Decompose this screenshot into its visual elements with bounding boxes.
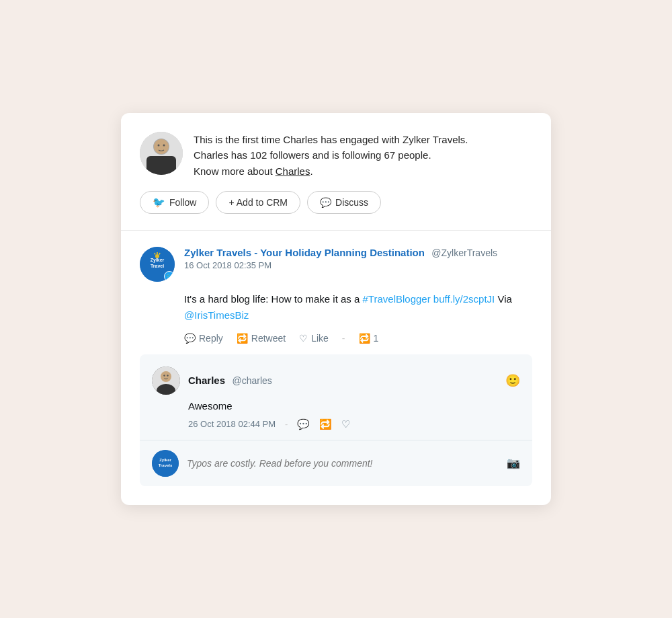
sentiment-icon[interactable]: 🙂 <box>505 373 520 388</box>
engagement-text-line2: Charles has 102 followers and is followi… <box>194 147 468 163</box>
retweet-count-icon: 🔁 <box>359 333 370 344</box>
engagement-text-line1: This is the first time Charles has engag… <box>194 132 468 147</box>
svg-point-15 <box>161 371 171 382</box>
svg-point-17 <box>163 375 165 376</box>
action-buttons: 🐦 Follow + Add to CRM 💬 Discuss <box>140 191 532 214</box>
reply-name: Charles <box>188 375 225 386</box>
reply-time: 26 Oct 2018 02:44 PM <box>188 419 276 429</box>
svg-point-10 <box>155 254 159 258</box>
svg-text:Zylker: Zylker <box>159 458 171 462</box>
add-to-crm-button[interactable]: + Add to CRM <box>216 191 300 214</box>
reply-text: Awesome <box>152 400 520 412</box>
svg-point-4 <box>158 145 160 147</box>
retweet-count: 🔁 1 <box>359 333 379 344</box>
reply-avatar <box>152 366 180 395</box>
buff-link[interactable]: buff.ly/2scptJI <box>433 293 495 305</box>
comment-avatar: Zylker Travels <box>152 450 179 477</box>
retweet-icon: 🔁 <box>237 333 248 344</box>
reply-section: Charles @charles 🙂 Awesome 26 Oct 2018 0… <box>140 354 532 486</box>
account-handle: @ZylkerTravels <box>431 247 497 258</box>
discuss-button[interactable]: 💬 Discuss <box>307 191 381 214</box>
svg-point-5 <box>163 145 165 147</box>
zylker-avatar: Zylker Travel 🐦 <box>140 247 175 282</box>
main-card: This is the first time Charles has engag… <box>121 113 551 505</box>
reply-icon: 💬 <box>184 333 196 344</box>
follow-button[interactable]: 🐦 Follow <box>140 191 209 214</box>
reply-header: Charles @charles 🙂 <box>152 366 520 395</box>
tweet-time: 16 Oct 2018 02:35 PM <box>184 260 497 270</box>
like-action[interactable]: ♡ Like <box>299 333 329 344</box>
svg-rect-6 <box>146 156 176 175</box>
meta-divider: - <box>285 419 288 429</box>
account-name[interactable]: Zylker Travels - Your Holiday Planning D… <box>184 247 425 258</box>
mention-link[interactable]: @IrisTimesBiz <box>184 309 249 321</box>
svg-line-13 <box>155 253 155 255</box>
svg-text:Zylker: Zylker <box>151 258 165 263</box>
svg-text:Travel: Travel <box>151 264 164 268</box>
svg-text:Travels: Travels <box>159 463 173 467</box>
charles-link[interactable]: Charles <box>276 165 310 177</box>
like-icon: ♡ <box>299 333 308 344</box>
divider: - <box>342 333 345 344</box>
reply-meta-like-icon[interactable]: ♡ <box>341 418 350 430</box>
avatar <box>140 132 183 175</box>
tweet-section: Zylker Travel 🐦 Zylker Travels - Your Ho… <box>121 231 551 354</box>
svg-point-3 <box>154 139 169 154</box>
tweet-header: Zylker Travel 🐦 Zylker Travels - Your Ho… <box>140 247 532 282</box>
verified-badge: 🐦 <box>164 271 175 282</box>
comment-input-wrap: 📷 <box>187 457 520 469</box>
comment-input-row: Zylker Travels 📷 <box>140 440 532 486</box>
reply-meta-comment-icon[interactable]: 💬 <box>297 418 310 430</box>
reply-action[interactable]: 💬 Reply <box>184 333 223 344</box>
hashtag-link[interactable]: #TravelBlogger <box>363 293 431 305</box>
user-info-section: This is the first time Charles has engag… <box>121 113 551 231</box>
tweet-body: It's a hard blog life: How to make it as… <box>140 291 532 323</box>
tweet-header-text: Zylker Travels - Your Holiday Planning D… <box>184 247 497 270</box>
user-info-row: This is the first time Charles has engag… <box>140 132 532 179</box>
discuss-icon: 💬 <box>320 197 331 208</box>
camera-icon[interactable]: 📷 <box>507 457 520 469</box>
tweet-actions: 💬 Reply 🔁 Retweet ♡ Like - 🔁 1 <box>140 333 532 354</box>
reply-handle: @charles <box>232 375 271 386</box>
twitter-icon: 🐦 <box>153 196 165 208</box>
reply-item: Charles @charles 🙂 Awesome 26 Oct 2018 0… <box>140 354 532 440</box>
reply-meta: 26 Oct 2018 02:44 PM - 💬 🔁 ♡ <box>152 418 520 430</box>
user-info-text: This is the first time Charles has engag… <box>194 132 468 179</box>
engagement-text-line3: Know more about Charles. <box>194 163 468 179</box>
reply-meta-retweet-icon[interactable]: 🔁 <box>319 418 332 430</box>
svg-point-18 <box>167 375 168 376</box>
comment-input[interactable] <box>187 458 507 469</box>
svg-line-12 <box>159 253 160 255</box>
retweet-action[interactable]: 🔁 Retweet <box>237 333 286 344</box>
